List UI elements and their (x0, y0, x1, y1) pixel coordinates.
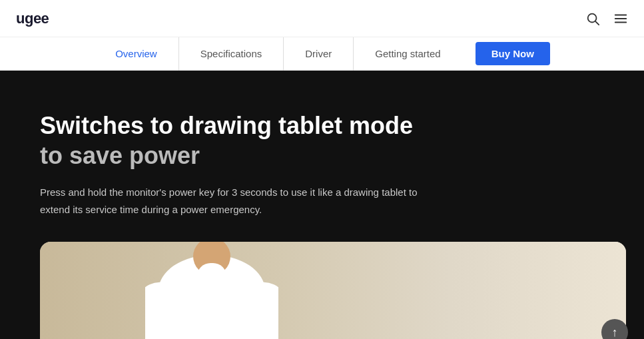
nav-item-specifications[interactable]: Specifications (179, 37, 284, 71)
site-header: ugee (0, 0, 644, 37)
hero-content: Switches to drawing tablet mode to save … (40, 111, 440, 218)
hero-title: Switches to drawing tablet mode to save … (40, 111, 440, 170)
nav-item-driver[interactable]: Driver (284, 37, 354, 71)
hero-description: Press and hold the monitor's power key f… (40, 184, 440, 218)
nav-item-getting-started[interactable]: Getting started (354, 37, 462, 71)
buy-now-button[interactable]: Buy Now (476, 42, 550, 65)
main-nav: Overview Specifications Driver Getting s… (0, 37, 644, 71)
hero-image (40, 242, 626, 339)
svg-line-1 (595, 21, 599, 25)
site-logo[interactable]: ugee (16, 10, 49, 27)
hero-title-line1: Switches to drawing tablet mode (40, 112, 413, 139)
hero-section: Switches to drawing tablet mode to save … (0, 71, 644, 339)
search-icon[interactable] (585, 11, 600, 26)
menu-icon[interactable] (613, 11, 628, 26)
scroll-top-icon: ↑ (612, 326, 618, 340)
header-icons (585, 11, 628, 26)
nav-links: Overview Specifications Driver Getting s… (94, 37, 462, 71)
hero-title-line2: to save power (40, 142, 200, 169)
nav-item-overview[interactable]: Overview (94, 37, 179, 71)
